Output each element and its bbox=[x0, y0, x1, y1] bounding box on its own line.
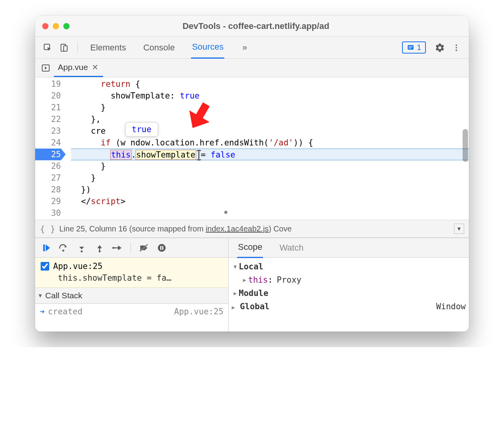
close-window-button[interactable] bbox=[42, 23, 48, 29]
line-number[interactable]: 21 bbox=[35, 102, 61, 113]
call-stack-header[interactable]: ▼ Call Stack bbox=[35, 288, 228, 304]
paused-breakpoint-row: App.vue:25 this.showTemplate = fa… bbox=[35, 258, 228, 288]
file-tab-app-vue[interactable]: App.vue ✕ bbox=[54, 59, 103, 77]
more-tabs-icon[interactable]: » bbox=[242, 43, 247, 53]
text-cursor-icon bbox=[195, 149, 202, 163]
disclosure-triangle-icon: ▼ bbox=[232, 264, 239, 270]
scope-label: Local bbox=[239, 262, 263, 271]
line-number[interactable]: 28 bbox=[35, 184, 61, 195]
line-number[interactable]: 26 bbox=[35, 160, 61, 172]
scope-label: Module bbox=[239, 289, 268, 298]
separator bbox=[130, 242, 131, 253]
code-line: if (window.location.href.endsWith('/ad')… bbox=[71, 137, 469, 149]
scope-this[interactable]: ▶ this: Proxy bbox=[232, 273, 466, 287]
svg-rect-17 bbox=[160, 246, 161, 250]
line-number[interactable]: 24 bbox=[35, 137, 61, 149]
scope-key: this bbox=[248, 275, 268, 285]
scope-label: Global bbox=[240, 302, 270, 311]
window-controls bbox=[42, 23, 70, 29]
frame-function: created bbox=[48, 307, 83, 316]
svg-rect-18 bbox=[162, 246, 163, 250]
scrollbar-thumb[interactable] bbox=[463, 129, 468, 162]
tab-scope[interactable]: Scope bbox=[237, 237, 263, 258]
step-into-button[interactable] bbox=[76, 242, 88, 254]
scope-value: Proxy bbox=[277, 275, 301, 285]
breakpoint-checkbox[interactable] bbox=[41, 262, 49, 271]
minimize-window-button[interactable] bbox=[53, 23, 59, 29]
breakpoint-location[interactable]: App.vue:25 bbox=[53, 262, 102, 271]
tab-elements[interactable]: Elements bbox=[89, 37, 127, 58]
file-tab-label: App.vue bbox=[58, 63, 88, 72]
scope-value: Window bbox=[436, 302, 466, 311]
debugger-left-pane: App.vue:25 this.showTemplate = fa… ▼ Cal… bbox=[35, 238, 229, 332]
more-options-icon[interactable] bbox=[449, 41, 463, 55]
svg-point-8 bbox=[456, 49, 457, 51]
svg-rect-3 bbox=[407, 45, 413, 50]
execution-line: this.showTemplate = false bbox=[71, 149, 469, 160]
breakpoint-line-number[interactable]: 25 bbox=[35, 149, 61, 160]
resume-button[interactable] bbox=[40, 242, 52, 254]
svg-point-6 bbox=[456, 44, 457, 46]
annotation-arrow-icon bbox=[172, 95, 215, 136]
line-number[interactable]: 23 bbox=[35, 125, 61, 137]
line-number[interactable]: 20 bbox=[35, 90, 61, 102]
settings-icon[interactable] bbox=[433, 41, 447, 55]
pause-exceptions-button[interactable] bbox=[156, 242, 168, 254]
line-number[interactable]: 27 bbox=[35, 172, 61, 184]
line-gutter[interactable]: 19 20 21 22 23 24 25 26 27 28 29 30 bbox=[35, 77, 66, 220]
line-number[interactable]: 19 bbox=[35, 78, 61, 90]
frame-location: App.vue:25 bbox=[174, 307, 223, 316]
titlebar: DevTools - coffee-cart.netlify.app/ad bbox=[35, 16, 469, 37]
code-line: </script> bbox=[71, 195, 469, 207]
close-tab-icon[interactable]: ✕ bbox=[91, 63, 99, 72]
debugger-pane: App.vue:25 this.showTemplate = fa… ▼ Cal… bbox=[35, 238, 469, 332]
scroll-indicator-icon bbox=[224, 211, 227, 214]
svg-point-11 bbox=[81, 250, 83, 252]
code-line: showTemplate: true bbox=[71, 90, 469, 102]
line-number[interactable]: 22 bbox=[35, 113, 61, 125]
step-out-button[interactable] bbox=[94, 242, 105, 254]
disclosure-triangle-icon: ▶ bbox=[232, 304, 235, 310]
code-editor[interactable]: 19 20 21 22 23 24 25 26 27 28 29 30 retu… bbox=[35, 77, 469, 220]
value-tooltip: true bbox=[125, 122, 158, 137]
zoom-window-button[interactable] bbox=[63, 23, 70, 29]
svg-rect-2 bbox=[64, 46, 67, 51]
device-toggle-icon[interactable] bbox=[57, 41, 71, 55]
scope-module[interactable]: ▶ Module bbox=[232, 287, 466, 300]
tab-sources[interactable]: Sources bbox=[191, 36, 224, 59]
issues-badge[interactable]: 1 bbox=[402, 41, 426, 54]
devtools-window: DevTools - coffee-cart.netlify.app/ad El… bbox=[35, 16, 469, 332]
svg-point-7 bbox=[456, 47, 457, 48]
pretty-print-icon[interactable]: { } bbox=[40, 224, 55, 234]
step-over-button[interactable] bbox=[58, 242, 70, 254]
editor-wrap: 19 20 21 22 23 24 25 26 27 28 29 30 retu… bbox=[35, 77, 469, 220]
tab-watch[interactable]: Watch bbox=[279, 238, 304, 258]
scope-global[interactable]: ▶ Global Window bbox=[232, 300, 466, 313]
deactivate-breakpoints-button[interactable] bbox=[138, 242, 150, 254]
code-line: }) bbox=[71, 184, 469, 195]
line-number[interactable]: 29 bbox=[35, 195, 61, 207]
svg-rect-4 bbox=[409, 46, 413, 47]
line-number[interactable]: 30 bbox=[35, 207, 61, 219]
svg-point-10 bbox=[63, 249, 64, 251]
scope-local[interactable]: ▼ Local bbox=[232, 260, 466, 273]
code-line bbox=[71, 207, 469, 219]
call-stack-frame[interactable]: ➔created App.vue:25 bbox=[35, 304, 228, 319]
code-line: } bbox=[71, 102, 469, 113]
status-dropdown-icon[interactable]: ▼ bbox=[454, 224, 464, 234]
tab-console[interactable]: Console bbox=[143, 37, 176, 58]
panel-tabs: Elements Console Sources » bbox=[89, 36, 400, 59]
breakpoint-snippet: this.showTemplate = fa… bbox=[58, 273, 223, 283]
step-button[interactable] bbox=[112, 242, 123, 254]
main-toolbar: Elements Console Sources » 1 bbox=[35, 37, 469, 59]
source-map-link[interactable]: index.1ac4eab2.js bbox=[206, 224, 268, 233]
svg-point-13 bbox=[113, 247, 114, 249]
call-stack-title: Call Stack bbox=[45, 291, 82, 300]
code-line: } bbox=[71, 160, 469, 172]
code-line: } bbox=[71, 172, 469, 184]
inspect-element-icon[interactable] bbox=[41, 41, 55, 55]
window-title: DevTools - coffee-cart.netlify.app/ad bbox=[70, 21, 442, 31]
debugger-toolbar bbox=[35, 238, 228, 258]
scope-tree: ▼ Local ▶ this: Proxy ▶ Module ▶ Global bbox=[229, 258, 469, 316]
navigator-toggle-icon[interactable] bbox=[39, 61, 52, 75]
